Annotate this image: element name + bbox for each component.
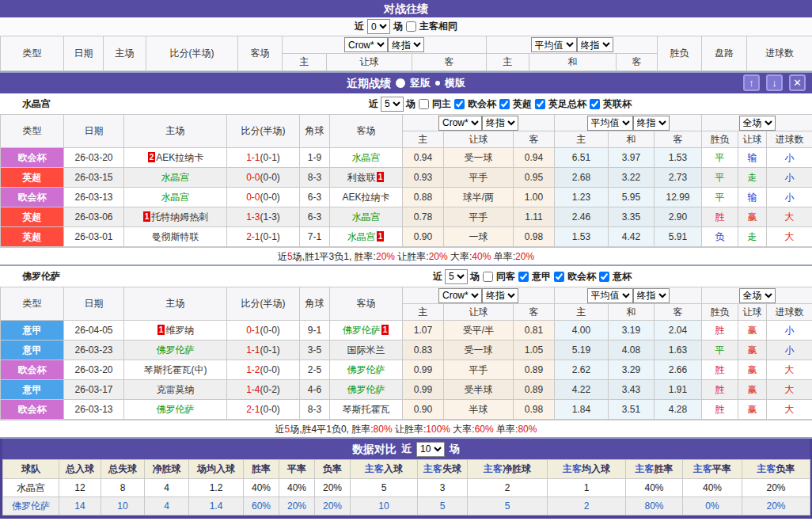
match-date: 26-03-20 — [64, 360, 124, 380]
team-link[interactable]: 克雷莫纳 — [157, 384, 195, 395]
team-link[interactable]: 佛罗伦萨 — [343, 325, 381, 336]
team-link[interactable]: 托特纳姆热刺 — [151, 211, 208, 223]
match-row: 英超26-03-15水晶宫0-0(0-0)8-3利兹联10.93平手0.952.… — [1, 168, 812, 188]
home-team-cell[interactable]: 1托特纳姆热刺 — [124, 207, 227, 227]
away-team-cell[interactable]: 国际米兰 — [330, 340, 403, 360]
team-link[interactable]: 国际米兰 — [347, 344, 385, 356]
league-checkbox-3[interactable] — [590, 99, 600, 109]
compare-col-header: 负率 — [315, 460, 351, 479]
team-link[interactable]: 佛罗伦萨 — [157, 404, 195, 415]
team-link[interactable]: 水晶宫 — [352, 211, 381, 223]
away-team-cell[interactable]: 水晶宫 — [330, 148, 403, 168]
away-team-cell[interactable]: 佛罗伦萨1 — [330, 321, 403, 340]
league-checkbox-2[interactable] — [599, 272, 609, 282]
average-select[interactable]: 平均值 — [587, 116, 633, 131]
away-team-cell[interactable]: 佛罗伦萨 — [330, 380, 403, 400]
away-team-cell[interactable]: 佛罗伦萨 — [330, 360, 403, 380]
team-link[interactable]: 水晶宫 — [161, 192, 190, 203]
h2h-subcol: 主 — [487, 54, 529, 71]
h2h-final-odds-select-2[interactable]: 终指 — [577, 37, 613, 52]
close-button[interactable]: ✕ — [789, 74, 806, 91]
home-team-cell[interactable]: 佛罗伦萨 — [124, 400, 227, 420]
final-odds-select-2[interactable]: 终指 — [633, 116, 670, 131]
average-select[interactable]: 平均值 — [587, 288, 633, 303]
bookmaker-select[interactable]: Crow* — [438, 288, 482, 303]
scope-group-header: 全场 — [702, 115, 812, 131]
team-link[interactable]: 琴斯托霍瓦 — [343, 404, 390, 415]
team-recent-count-select[interactable]: 5 — [381, 97, 404, 112]
same-venue-checkbox[interactable] — [419, 99, 429, 109]
league-checkbox-0[interactable] — [518, 272, 529, 282]
vertical-layout-label[interactable]: 竖版 — [410, 73, 431, 93]
team-link[interactable]: 琴斯托霍瓦(中) — [144, 364, 207, 375]
match-date: 26-03-15 — [64, 168, 124, 188]
h2h-final-odds-select[interactable]: 终指 — [388, 37, 424, 52]
home-team-cell[interactable]: 克雷莫纳 — [124, 380, 227, 400]
away-team-cell[interactable]: 水晶宫1 — [330, 227, 403, 247]
bookmaker-select[interactable]: Crow* — [438, 116, 482, 131]
team-recent-count-select[interactable]: 5 — [445, 269, 468, 284]
move-down-button[interactable]: ↓ — [766, 74, 783, 91]
team-link[interactable]: 水晶宫 — [352, 152, 381, 163]
rank-badge: 1 — [377, 231, 385, 242]
competition-badge: 意甲 — [1, 340, 64, 360]
corner-cell: 1-9 — [300, 148, 330, 168]
h2h-recent-count-select[interactable]: 0 — [367, 19, 390, 34]
team-link[interactable]: 水晶宫 — [161, 172, 190, 183]
same-home-away-checkbox[interactable] — [406, 21, 416, 32]
team-link[interactable]: AEK拉纳卡 — [156, 152, 203, 163]
subcol: 主 — [555, 131, 609, 148]
team-link[interactable]: 利兹联 — [347, 172, 376, 183]
scope-select[interactable]: 全场 — [739, 116, 776, 131]
home-team-cell[interactable]: 水晶宫 — [124, 188, 227, 207]
league-checkbox-1[interactable] — [554, 272, 564, 282]
home-team-cell[interactable]: 曼彻斯特联 — [124, 227, 227, 247]
horizontal-layout-radio[interactable] — [435, 81, 440, 86]
result-cell: 负 — [702, 227, 738, 247]
team-link[interactable]: 佛罗伦萨 — [347, 384, 385, 395]
final-odds-select[interactable]: 终指 — [482, 116, 518, 131]
horizontal-layout-label[interactable]: 横版 — [445, 73, 465, 93]
summary-segment: 场,胜1平3负1, 胜率: — [293, 251, 376, 262]
vertical-layout-radio[interactable] — [396, 78, 405, 88]
compare-team-name[interactable]: 水晶宫 — [3, 479, 59, 497]
team-link[interactable]: 佛罗伦萨 — [157, 344, 195, 356]
away-team-cell[interactable]: 琴斯托霍瓦 — [330, 400, 403, 420]
corner-cell: 8-3 — [300, 400, 330, 420]
subcol: 胜负 — [702, 131, 738, 148]
final-odds-select-2[interactable]: 终指 — [633, 288, 670, 303]
home-team-cell[interactable]: 琴斯托霍瓦(中) — [124, 360, 227, 380]
crow-odds-cell: 0.90 — [403, 400, 444, 420]
h2h-bookmaker-select[interactable]: Crow* — [344, 37, 388, 52]
match-row: 英超26-03-01曼彻斯特联2-1(0-1)7-1水晶宫10.90一球0.98… — [1, 227, 812, 247]
final-odds-select[interactable]: 终指 — [482, 288, 518, 303]
team-link[interactable]: 水晶宫 — [347, 231, 376, 242]
team-link[interactable]: 曼彻斯特联 — [152, 231, 199, 242]
h2h-title: 对战往绩 — [384, 2, 428, 15]
compare-team-name[interactable]: 佛罗伦萨 — [3, 497, 59, 515]
league-checkbox-2[interactable] — [535, 99, 545, 109]
team-link[interactable]: 维罗纳 — [165, 325, 194, 336]
fulltime-score: 1-1 — [246, 152, 260, 163]
subcol: 让球 — [444, 131, 514, 148]
handicap-cell: 平手 — [444, 360, 514, 380]
home-team-cell[interactable]: 佛罗伦萨 — [124, 340, 227, 360]
same-venue-checkbox[interactable] — [483, 272, 493, 282]
away-team-cell[interactable]: 水晶宫 — [330, 207, 403, 227]
match-row: 意甲26-03-17克雷莫纳1-4(0-2)4-6佛罗伦萨0.99受半球0.89… — [1, 380, 812, 400]
compare-value-cell: 40% — [626, 479, 683, 497]
team-link[interactable]: AEK拉纳卡 — [342, 192, 389, 203]
away-team-cell[interactable]: AEK拉纳卡 — [330, 188, 403, 207]
home-team-cell[interactable]: 1维罗纳 — [124, 321, 227, 340]
scope-select[interactable]: 全场 — [739, 288, 776, 303]
home-team-cell[interactable]: 水晶宫 — [124, 168, 227, 188]
move-up-button[interactable]: ↑ — [743, 74, 760, 91]
league-checkbox-0[interactable] — [454, 99, 465, 109]
league-checkbox-1[interactable] — [499, 99, 510, 109]
team-link[interactable]: 佛罗伦萨 — [347, 364, 385, 375]
h2h-average-select[interactable]: 平均值 — [531, 37, 577, 52]
compare-recent-count-select[interactable]: 10 — [416, 442, 445, 457]
away-team-cell[interactable]: 利兹联1 — [330, 168, 403, 188]
rank-badge: 2 — [148, 152, 156, 162]
home-team-cell[interactable]: 2AEK拉纳卡 — [124, 148, 227, 168]
